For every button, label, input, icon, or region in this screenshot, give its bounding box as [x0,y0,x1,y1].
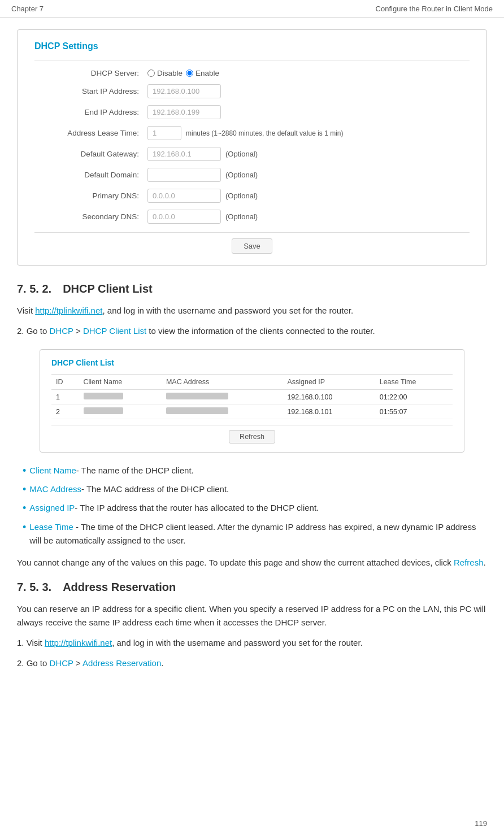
row2-mac [162,405,283,419]
section-753-step2: 2. Go to DHCP > Address Reservation. [17,657,487,670]
end-ip-input[interactable] [147,105,221,119]
radio-enable-item[interactable]: Enable [186,69,219,77]
step2-mid: > [73,326,83,336]
page-header: Chapter 7 Configure the Router in Client… [0,0,504,18]
primary-dns-row: Primary DNS: (Optional) [34,189,470,203]
row2-assigned-ip: 192.168.0.101 [283,405,375,419]
radio-disable-label: Disable [157,69,183,77]
start-ip-label: Start IP Address: [57,87,147,95]
radio-disable[interactable] [147,69,155,77]
bullet-dot: • [23,501,26,515]
domain-input[interactable] [147,168,221,182]
lease-time-note: minutes (1~2880 minutes, the default val… [186,129,343,137]
step2-dhcp: DHCP [50,326,73,336]
primary-dns-optional: (Optional) [225,192,258,200]
table-header-row: ID Client Name MAC Address Assigned IP L… [51,375,453,390]
secondary-dns-label: Secondary DNS: [57,212,147,221]
section-753-title: Address Reservation [63,581,176,594]
client-table: ID Client Name MAC Address Assigned IP L… [51,374,453,419]
domain-optional: (Optional) [225,171,258,179]
section-752-number: 7. 5. 2. [17,282,51,295]
section-752-heading: 7. 5. 2. DHCP Client List [17,282,487,295]
section-752-step1: Visit http://tplinkwifi.net, and log in … [17,304,487,318]
save-button[interactable]: Save [232,238,272,254]
page-number: 119 [475,819,487,828]
settings-divider [34,60,470,60]
step1-prefix: Visit [17,306,35,315]
gateway-row: Default Gateway: (Optional) [34,147,470,161]
section-753-heading: 7. 5. 3. Address Reservation [17,581,487,594]
row1-client-name [79,390,162,405]
start-ip-input[interactable] [147,84,221,98]
domain-label: Default Domain: [57,171,147,179]
dhcp-settings-box: DHCP Settings DHCP Server: Disable Enabl… [17,29,487,266]
lease-time-input[interactable] [147,126,181,140]
bullet-desc-client-name: - The name of the DHCP client. [76,464,194,477]
gateway-label: Default Gateway: [57,150,147,158]
primary-dns-label: Primary DNS: [57,192,147,200]
primary-dns-input[interactable] [147,189,221,203]
domain-row: Default Domain: (Optional) [34,168,470,182]
bullet-dot: • [23,464,26,478]
753-step2-reservation: Address Reservation [82,658,161,668]
end-ip-label: End IP Address: [57,108,147,116]
chapter-label: Chapter 7 [11,5,44,13]
col-client-name: Client Name [79,375,162,390]
chapter-topic: Configure the Router in Client Mode [376,5,493,13]
list-item: • Assigned IP - The IP address that the … [23,501,487,515]
secondary-dns-row: Secondary DNS: (Optional) [34,210,470,224]
bullet-term-lease-time: Lease Time [29,522,73,532]
tplinkwifi-link-2[interactable]: http://tplinkwifi.net [45,638,112,647]
row1-mac [162,390,283,405]
bullet-term-client-name: Client Name [29,464,76,477]
client-list-title: DHCP Client List [51,358,453,367]
refresh-row: Refresh [51,425,453,444]
753-step1-prefix: Visit [27,638,45,647]
table-row: 1 192.168.0.100 01:22:00 [51,390,453,405]
row1-id: 1 [51,390,79,405]
row2-id: 2 [51,405,79,419]
step1-suffix: , and log in with the username and passw… [102,306,353,315]
753-step1-num: 1. [17,638,27,647]
dhcp-radio-group: Disable Enable [147,69,219,77]
gateway-optional: (Optional) [225,150,258,158]
start-ip-row: Start IP Address: [34,84,470,98]
refresh-note: You cannot change any of the values on t… [17,556,487,570]
step2-client-list: DHCP Client List [83,326,146,336]
secondary-dns-optional: (Optional) [225,212,258,221]
col-id: ID [51,375,79,390]
refresh-button[interactable]: Refresh [229,430,275,444]
dhcp-settings-title: DHCP Settings [34,41,470,51]
refresh-note-link[interactable]: Refresh [454,558,484,567]
dhcp-server-label: DHCP Server: [57,69,147,77]
row2-lease-time: 01:55:07 [375,405,453,419]
secondary-dns-input[interactable] [147,210,221,224]
radio-enable-label: Enable [195,69,219,77]
bullet-desc-assigned-ip: - The IP address that the router has all… [75,501,319,515]
radio-enable[interactable] [186,69,193,77]
section-752-title: DHCP Client List [63,282,153,295]
lease-time-row: Address Lease Time: minutes (1~2880 minu… [34,126,470,140]
row1-assigned-ip: 192.168.0.100 [283,390,375,405]
col-lease-time: Lease Time [375,375,453,390]
list-item: • Client Name - The name of the DHCP cli… [23,464,487,478]
753-step2-suffix: . [161,658,163,668]
end-ip-row: End IP Address: [34,105,470,119]
col-mac: MAC Address [162,375,283,390]
753-step2-goto: Go to [27,658,50,668]
bullet-term-assigned-ip: Assigned IP [29,501,75,515]
lease-time-label: Address Lease Time: [57,129,147,137]
gateway-input[interactable] [147,147,221,161]
tplinkwifi-link-1[interactable]: http://tplinkwifi.net [35,306,102,315]
753-step2-dhcp: DHCP [50,658,73,668]
main-content: DHCP Settings DHCP Server: Disable Enabl… [0,18,504,688]
step2-goto: Go to [27,326,50,336]
save-row: Save [34,232,470,254]
section-753-description: You can reserve an IP address for a spec… [17,602,487,629]
radio-disable-item[interactable]: Disable [147,69,183,77]
refresh-note-suffix: . [484,558,486,567]
bullet-desc-lease-time: - The time of the DHCP client leased. Af… [29,522,476,545]
dhcp-server-row: DHCP Server: Disable Enable [34,69,470,77]
list-item: • MAC Address - The MAC address of the D… [23,482,487,497]
row2-client-name [79,405,162,419]
